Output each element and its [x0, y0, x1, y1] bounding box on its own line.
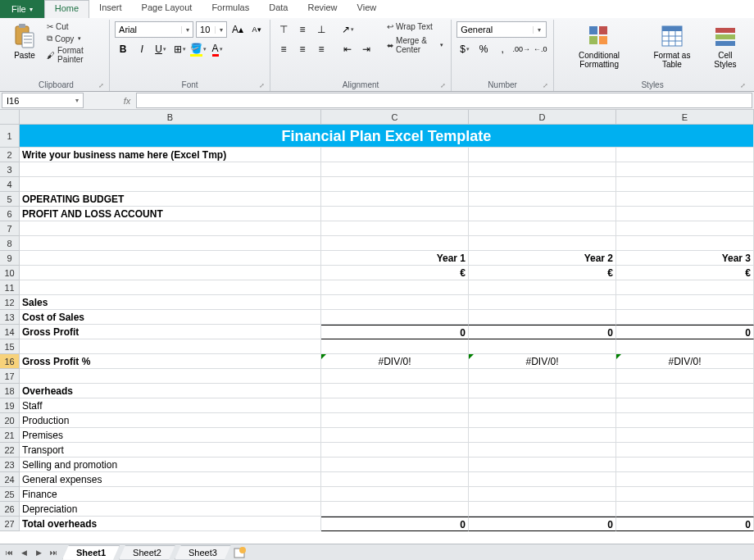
cell[interactable]	[616, 221, 754, 236]
format-painter-button[interactable]: 🖌 Format Painter	[44, 45, 104, 65]
cell[interactable]: General expenses	[20, 472, 321, 487]
cell[interactable]	[20, 236, 321, 251]
border-button[interactable]: ⊞	[171, 41, 188, 57]
row-header-13[interactable]: 13	[0, 310, 19, 325]
row-header-19[interactable]: 19	[0, 398, 19, 413]
cell[interactable]	[616, 148, 754, 162]
cell[interactable]	[321, 162, 469, 177]
row-header-24[interactable]: 24	[0, 472, 19, 487]
row-header-9[interactable]: 9	[0, 251, 19, 266]
chevron-down-icon[interactable]: ▾	[181, 26, 193, 34]
row-header-3[interactable]: 3	[0, 162, 19, 177]
cell[interactable]	[321, 295, 469, 310]
cell[interactable]: Transport	[20, 443, 321, 458]
increase-decimal-button[interactable]: .00→	[513, 41, 529, 57]
cell[interactable]	[469, 472, 616, 487]
tab-insert[interactable]: Insert	[89, 0, 132, 18]
cell[interactable]: Overheads	[20, 384, 321, 398]
cell[interactable]	[616, 295, 754, 310]
cell[interactable]: Depreciation	[20, 502, 321, 517]
cell[interactable]	[616, 458, 754, 472]
row-header-11[interactable]: 11	[0, 280, 19, 295]
chevron-down-icon[interactable]: ▾	[215, 26, 226, 34]
cell[interactable]	[321, 502, 469, 517]
row-header-25[interactable]: 25	[0, 487, 19, 502]
cell[interactable]: €	[616, 266, 754, 280]
cell[interactable]	[469, 398, 616, 413]
copy-button[interactable]: ⧉ Copy▾	[44, 33, 104, 44]
cell[interactable]	[321, 369, 469, 384]
cell[interactable]: Premises	[20, 428, 321, 443]
sheet-tab-1[interactable]: Sheet1	[62, 545, 120, 560]
col-header-c[interactable]: C	[321, 110, 469, 124]
cell[interactable]	[469, 236, 616, 251]
cell[interactable]	[321, 148, 469, 162]
row-header-23[interactable]: 23	[0, 458, 19, 472]
number-format-combo[interactable]: ▾	[456, 21, 547, 38]
conditional-formatting-button[interactable]: Conditional Formatting	[559, 21, 639, 71]
cell[interactable]: Production	[20, 413, 321, 428]
sheet-nav-first[interactable]: ⏮	[2, 546, 16, 559]
new-sheet-button[interactable]	[230, 546, 250, 559]
sheet-tab-2[interactable]: Sheet2	[119, 545, 175, 560]
formula-input[interactable]	[136, 93, 752, 108]
align-bottom-button[interactable]: ⊥	[313, 21, 329, 38]
cell[interactable]	[321, 487, 469, 502]
cell[interactable]	[321, 280, 469, 295]
cell[interactable]	[616, 443, 754, 458]
font-size-input[interactable]	[197, 22, 215, 37]
cell[interactable]	[321, 458, 469, 472]
merge-center-button[interactable]: ⬌Merge & Center▾	[384, 35, 446, 55]
orientation-button[interactable]: ↗	[339, 21, 356, 38]
cell[interactable]	[321, 221, 469, 236]
cell[interactable]	[469, 162, 616, 177]
cell[interactable]	[321, 443, 469, 458]
row-header-26[interactable]: 26	[0, 502, 19, 517]
chevron-down-icon[interactable]: ▾	[75, 97, 79, 104]
cell[interactable]	[469, 221, 616, 236]
col-header-e[interactable]: E	[616, 110, 754, 124]
tab-view[interactable]: View	[347, 0, 387, 18]
cell[interactable]	[616, 177, 754, 192]
decrease-decimal-button[interactable]: ←.0	[532, 41, 548, 57]
cell[interactable]: #DIV/0!	[469, 354, 616, 369]
cell[interactable]	[469, 148, 616, 162]
align-center-button[interactable]: ≡	[294, 41, 311, 57]
cell[interactable]	[321, 207, 469, 221]
cell[interactable]: Finance	[20, 487, 321, 502]
cell[interactable]	[469, 192, 616, 207]
row-header-20[interactable]: 20	[0, 413, 19, 428]
fx-button[interactable]: fx	[118, 96, 136, 106]
row-header-27[interactable]: 27	[0, 517, 19, 531]
font-color-button[interactable]: A	[209, 41, 225, 57]
col-header-d[interactable]: D	[469, 110, 616, 124]
cell[interactable]	[616, 487, 754, 502]
cell[interactable]: Total overheads	[20, 517, 321, 531]
percent-button[interactable]: %	[475, 41, 492, 57]
cell[interactable]: #DIV/0!	[616, 354, 754, 369]
cell[interactable]	[321, 398, 469, 413]
row-header-8[interactable]: 8	[0, 236, 19, 251]
font-size-combo[interactable]: ▾	[196, 21, 227, 38]
cell[interactable]: Sales	[20, 295, 321, 310]
align-top-button[interactable]: ⊤	[275, 21, 292, 38]
cell[interactable]	[616, 413, 754, 428]
cell[interactable]: Staff	[20, 398, 321, 413]
cell[interactable]	[616, 472, 754, 487]
cell[interactable]	[321, 384, 469, 398]
cell[interactable]: 0	[469, 517, 616, 531]
cell[interactable]	[469, 280, 616, 295]
decrease-font-button[interactable]: A▾	[248, 21, 265, 38]
sheet-nav-next[interactable]: ▶	[31, 546, 46, 559]
tab-home[interactable]: Home	[44, 0, 89, 18]
cell[interactable]	[616, 384, 754, 398]
cell[interactable]	[469, 428, 616, 443]
cell[interactable]: PROFIT AND LOSS ACCOUNT	[20, 207, 321, 221]
cell[interactable]: 0	[616, 517, 754, 531]
decrease-indent-button[interactable]: ⇤	[339, 41, 356, 57]
tab-formulas[interactable]: Formulas	[202, 0, 259, 18]
sheet-nav-prev[interactable]: ◀	[16, 546, 31, 559]
row-header-6[interactable]: 6	[0, 207, 19, 221]
row-header-1[interactable]: 1	[0, 125, 19, 148]
cell[interactable]	[20, 177, 321, 192]
